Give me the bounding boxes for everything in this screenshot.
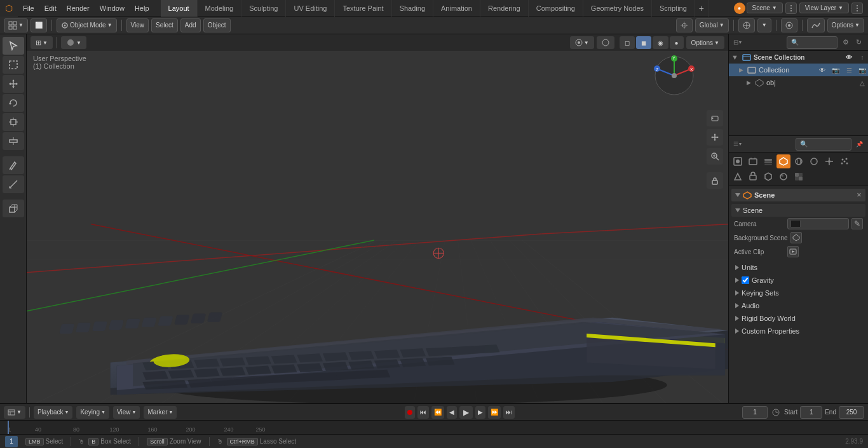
scene-section-header[interactable]: Scene ✕ — [731, 189, 865, 201]
add-cube-tool[interactable] — [3, 200, 24, 217]
units-section[interactable]: Units — [731, 261, 865, 274]
move-tool[interactable] — [3, 75, 24, 93]
outliner-select-icon[interactable]: ↑ — [857, 51, 868, 63]
shading-material-btn[interactable]: ◉ — [653, 36, 668, 49]
add-workspace-btn[interactable]: + — [695, 0, 709, 17]
keying-sets-section[interactable]: Keying Sets — [731, 287, 865, 299]
record-btn[interactable] — [405, 406, 415, 419]
outliner-visibility-icon[interactable]: 👁 — [843, 51, 855, 63]
gravity-section[interactable]: Gravity — [731, 274, 865, 287]
snap-toggle-btn[interactable] — [738, 18, 755, 32]
cursor-tool[interactable] — [3, 37, 24, 55]
measure-tool[interactable] — [3, 175, 24, 193]
workspace-shading[interactable]: Shading — [392, 0, 433, 17]
mode-selector[interactable]: Object Mode ▼ — [57, 18, 117, 32]
prop-tab-world[interactable] — [792, 154, 806, 168]
outliner-scene-collection[interactable]: ▼ Scene Collection 👁 ↑ — [729, 51, 868, 64]
workspace-compositing[interactable]: Compositing — [529, 0, 583, 17]
background-scene-icon-btn[interactable] — [790, 232, 802, 243]
shading-solid-btn[interactable]: ◼ — [636, 36, 651, 49]
playback-menu-btn[interactable]: Playback ▼ — [34, 406, 73, 419]
transform-pivot-btn[interactable] — [676, 18, 693, 32]
workspace-geometry-nodes[interactable]: Geometry Nodes — [583, 0, 652, 17]
transform-orient-btn[interactable]: Global ▼ — [695, 18, 729, 32]
properties-pin-btn[interactable]: 📌 — [854, 139, 864, 149]
collection-expand-icon[interactable]: ▶ — [739, 67, 743, 73]
prop-tab-view-layer[interactable] — [761, 154, 775, 168]
view-layer-options-btn[interactable] — [851, 3, 863, 14]
view-menu-btn[interactable]: View ▼ — [113, 406, 140, 419]
audio-section[interactable]: Audio — [731, 299, 865, 312]
prop-tab-output[interactable] — [746, 154, 760, 168]
workspace-scripting[interactable]: Scripting — [652, 0, 695, 17]
prop-tab-material[interactable] — [776, 170, 790, 184]
keying-menu-btn[interactable]: Keying ▼ — [76, 406, 109, 419]
properties-editor-type-btn[interactable]: ☰ ▼ — [733, 139, 743, 149]
marker-menu-btn[interactable]: Marker ▼ — [144, 406, 177, 419]
viewport-xray-btn[interactable] — [597, 36, 614, 49]
camera-view-btn[interactable] — [707, 110, 723, 126]
collection-select-icon[interactable]: ☰ — [843, 64, 855, 76]
outliner-collection-item[interactable]: ▶ Collection 👁 📷 ☰ 📷 — [729, 64, 868, 76]
active-clip-icon-btn[interactable] — [787, 246, 799, 257]
snap-type-btn[interactable]: ▼ — [757, 18, 771, 32]
prop-tab-object[interactable] — [807, 154, 821, 168]
viewport-view-menu[interactable]: View — [126, 18, 149, 32]
menu-help[interactable]: Help — [130, 0, 154, 17]
next-frame-btn[interactable]: ▶ — [475, 406, 485, 419]
viewport-options-btn[interactable]: Options ▼ — [686, 36, 724, 49]
gravity-checkbox[interactable] — [742, 276, 749, 284]
workspace-rendering[interactable]: Rendering — [480, 0, 529, 17]
collection-visibility-icon[interactable]: 👁 — [817, 64, 828, 76]
custom-properties-section[interactable]: Custom Properties — [731, 325, 865, 337]
pan-view-btn[interactable] — [707, 129, 723, 146]
rigid-body-world-section[interactable]: Rigid Body World — [731, 312, 865, 325]
outliner-filter-btn[interactable]: ⚙ — [840, 37, 851, 48]
lock-camera-btn[interactable] — [707, 172, 723, 189]
workspace-modeling[interactable]: Modeling — [198, 0, 242, 17]
viewport-shading-solid[interactable]: ▼ — [61, 36, 86, 49]
navigation-gizmo[interactable]: X Y Z — [652, 53, 696, 98]
prop-tab-physics[interactable] — [731, 170, 745, 184]
end-frame-input[interactable]: 250 — [839, 406, 864, 419]
viewport-object-menu[interactable]: Object — [203, 18, 231, 32]
obj-mesh-filter-icon[interactable]: △ — [857, 77, 868, 88]
outliner-editor-type-btn[interactable]: ⊟ ▼ — [733, 37, 743, 48]
menu-file[interactable]: File — [18, 0, 39, 17]
collection-render-icon[interactable]: 📷 — [857, 64, 868, 76]
obj-expand-icon[interactable]: ▶ — [747, 79, 751, 86]
play-btn[interactable]: ▶ — [459, 406, 473, 419]
prop-tab-render[interactable] — [731, 154, 745, 168]
properties-search-input[interactable] — [796, 138, 852, 151]
menu-render[interactable]: Render — [62, 0, 95, 17]
scene-section-options[interactable]: ✕ — [857, 192, 862, 198]
prev-frame-btn[interactable]: ◀ — [447, 406, 457, 419]
start-frame-input[interactable]: 1 — [800, 406, 822, 419]
viewport-add-menu[interactable]: Add — [180, 18, 201, 32]
outliner-search-input[interactable] — [787, 36, 837, 49]
prop-tab-texture[interactable] — [792, 170, 806, 184]
jump-to-end-btn[interactable]: ⏭ — [503, 406, 515, 419]
next-keyframe-btn[interactable]: ⏩ — [488, 406, 501, 419]
timeline-track[interactable]: 1 40 80 120 160 200 240 250 — [0, 420, 868, 434]
blender-logo-icon[interactable]: ⬡ — [0, 0, 18, 17]
proportional-edit-btn[interactable] — [781, 18, 797, 32]
workspace-texture-paint[interactable]: Texture Paint — [335, 0, 391, 17]
workspace-layout[interactable]: Layout — [161, 0, 198, 17]
zoom-view-btn[interactable] — [707, 148, 723, 165]
viewport-overlay-btn[interactable]: ▼ — [570, 36, 594, 49]
transform-tool[interactable] — [3, 132, 24, 150]
select-box-tool[interactable] — [3, 56, 24, 74]
scene-options-btn[interactable] — [785, 3, 797, 14]
camera-edit-btn[interactable]: ✎ — [851, 218, 863, 229]
rotate-tool[interactable] — [3, 94, 24, 112]
scene-collection-expand-icon[interactable]: ▼ — [731, 53, 738, 61]
fullscreen-btn[interactable]: ⬜ — [31, 18, 47, 32]
viewport-select-menu[interactable]: Select — [151, 18, 178, 32]
scene-inner-header[interactable]: Scene — [731, 204, 865, 217]
menu-edit[interactable]: Edit — [39, 0, 62, 17]
shading-render-btn[interactable]: ● — [670, 36, 684, 49]
outliner-obj-item[interactable]: ▶ obj △ — [729, 76, 868, 89]
workspace-animation[interactable]: Animation — [433, 0, 480, 17]
menu-window[interactable]: Window — [95, 0, 130, 17]
